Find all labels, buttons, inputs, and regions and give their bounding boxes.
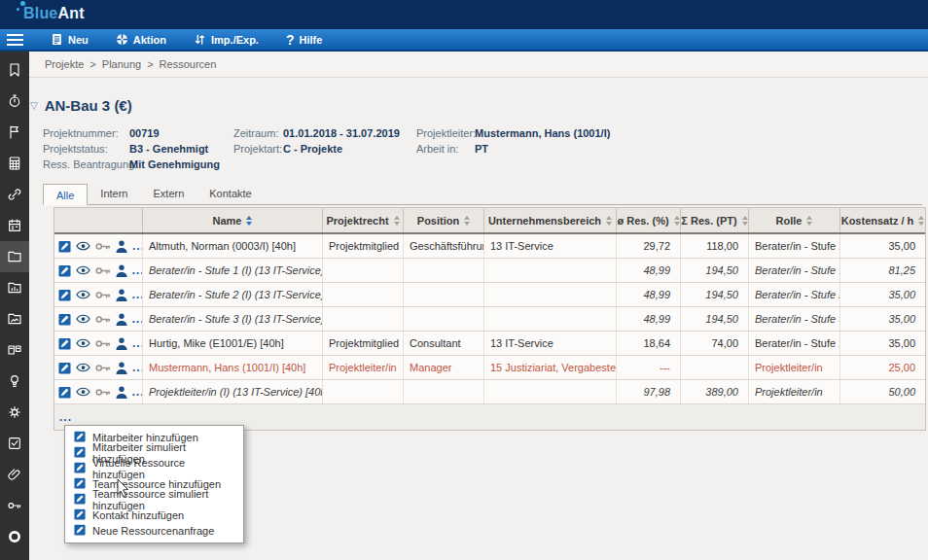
sort-icon[interactable] (394, 216, 400, 226)
table-row[interactable]: ... Mustermann, Hans (1001/I) [40h] Proj… (54, 356, 925, 380)
calculator-icon[interactable] (0, 148, 29, 179)
flag-icon[interactable] (0, 117, 29, 148)
sort-icon[interactable] (674, 216, 680, 226)
eye-icon[interactable] (76, 363, 90, 372)
sort-icon[interactable] (464, 216, 470, 226)
breadcrumb-ressourcen[interactable]: Ressourcen (160, 58, 217, 70)
menu-neu[interactable]: Neu (37, 28, 102, 51)
breadcrumb-projekte[interactable]: Projekte (45, 58, 84, 70)
person-icon[interactable] (116, 386, 127, 399)
eye-icon[interactable] (76, 338, 90, 348)
tab-kontakte[interactable]: Kontakte (196, 183, 264, 204)
eye-icon[interactable] (76, 387, 90, 397)
blueant-logo[interactable]: BlueAnt (23, 5, 85, 22)
key-icon[interactable] (95, 315, 111, 324)
key-icon[interactable] (95, 339, 111, 348)
link-icon[interactable] (0, 179, 29, 210)
collapse-triangle-icon[interactable]: ▽ (30, 100, 38, 111)
sidebar-item-projects-folder[interactable] (0, 241, 29, 272)
col-projektrecht[interactable]: Projektrecht (323, 208, 404, 232)
edit-icon[interactable] (58, 386, 71, 399)
bookmark-icon[interactable] (0, 54, 29, 86)
col-res-pt[interactable]: Σ Res. (PT) (681, 208, 749, 232)
paperclip-icon[interactable] (0, 459, 29, 490)
menu-item-teamressource-simuliert-hinzufuegen[interactable]: Teamressource simuliert hinzufügen (65, 492, 243, 508)
more-ellipsis[interactable]: ... (132, 315, 143, 323)
sort-icon[interactable] (606, 216, 612, 226)
person-icon[interactable] (116, 337, 127, 350)
person-icon[interactable] (116, 264, 127, 277)
sort-icon[interactable] (742, 216, 748, 226)
more-ellipsis[interactable]: ... (132, 291, 143, 298)
eye-icon[interactable] (76, 241, 90, 251)
table-row[interactable]: ... Hurtig, Mike (E1001/E) [40h] Projekt… (54, 332, 925, 356)
calendar-icon[interactable] (0, 210, 29, 241)
key-tool-icon[interactable] (0, 490, 29, 521)
table-row[interactable]: ... Altmuth, Norman (0003/I) [40h] Proje… (54, 234, 925, 259)
menu-imp-exp[interactable]: Imp./Exp. (180, 28, 272, 51)
sort-icon[interactable] (918, 216, 924, 226)
edit-icon[interactable] (58, 362, 71, 374)
person-icon[interactable] (116, 313, 127, 326)
col-name[interactable]: Name (143, 208, 323, 232)
person-icon[interactable] (116, 289, 127, 301)
more-ellipsis[interactable]: ... (132, 266, 143, 274)
person-icon[interactable] (116, 362, 127, 374)
col-rolle[interactable]: Rolle (749, 208, 840, 232)
table-row[interactable]: ... Projektleiter/in (I) (13 IT-Service)… (54, 380, 925, 404)
col-kostensatz[interactable]: Kostensatz / h (840, 208, 925, 232)
col-position[interactable]: Position (404, 208, 484, 232)
edit-icon[interactable] (58, 289, 71, 301)
cell-name[interactable]: Hurtig, Mike (E1001/E) [40h] (143, 332, 323, 355)
key-icon[interactable] (95, 388, 111, 397)
lightbulb-icon[interactable] (0, 366, 29, 397)
kanban-cards-icon[interactable] (0, 334, 29, 366)
ant-dot-icon (17, 8, 19, 11)
hamburger-menu-icon[interactable] (0, 28, 29, 51)
more-ellipsis[interactable]: ... (132, 364, 143, 371)
tab-alle[interactable]: Alle (43, 184, 88, 205)
person-icon[interactable] (116, 240, 127, 253)
edit-icon[interactable] (58, 240, 71, 253)
menu-item-virtuelle-ressource-hinzufuegen[interactable]: Virtuelle Ressource hinzufügen (65, 461, 243, 476)
add-resource-more-button[interactable]: ... (59, 414, 72, 420)
edit-icon[interactable] (58, 313, 71, 326)
eye-icon[interactable] (76, 314, 90, 324)
gear-icon[interactable] (0, 397, 29, 428)
table-row[interactable]: ... Berater/in - Stufe 2 (I) (13 IT-Serv… (54, 283, 925, 307)
eye-icon[interactable] (76, 290, 90, 299)
key-icon[interactable] (95, 364, 111, 372)
key-icon[interactable] (95, 242, 111, 251)
col-res-pct[interactable]: ø Res. (%) (617, 208, 681, 232)
folder-image-icon[interactable] (0, 303, 29, 334)
more-ellipsis[interactable]: ... (132, 339, 143, 347)
col-unternehmensbereich[interactable]: Unternehmensbereich (484, 208, 617, 232)
tab-extern[interactable]: Extern (140, 183, 196, 204)
menu-item-neue-ressourcenanfrage[interactable]: Neue Ressourcenanfrage (65, 523, 243, 539)
menu-aktion[interactable]: Aktion (102, 28, 180, 51)
cell-name[interactable]: Berater/in - Stufe 3 (I) (13 IT-Service)… (143, 307, 323, 331)
sort-icon[interactable] (806, 216, 812, 226)
key-icon[interactable] (95, 266, 111, 275)
edit-icon[interactable] (58, 264, 71, 277)
sort-icon[interactable] (246, 216, 252, 226)
key-icon[interactable] (95, 291, 111, 299)
cell-name[interactable]: Projektleiter/in (I) (13 IT-Service) [40… (143, 380, 323, 403)
tab-intern[interactable]: Intern (88, 183, 140, 204)
stopwatch-icon[interactable] (0, 86, 29, 117)
cell-name[interactable]: Mustermann, Hans (1001/I) [40h] (143, 356, 323, 379)
eye-icon[interactable] (76, 265, 90, 275)
cell-name[interactable]: Altmuth, Norman (0003/I) [40h] (143, 234, 323, 258)
cell-name[interactable]: Berater/in - Stufe 1 (I) (13 IT-Service)… (143, 259, 323, 282)
cell-name[interactable]: Berater/in - Stufe 2 (I) (13 IT-Service)… (143, 283, 323, 306)
more-ellipsis[interactable]: ... (132, 242, 143, 250)
table-row[interactable]: ... Berater/in - Stufe 3 (I) (13 IT-Serv… (54, 307, 925, 332)
breadcrumb-planung[interactable]: Planung (102, 58, 141, 70)
table-row[interactable]: ... Berater/in - Stufe 1 (I) (13 IT-Serv… (54, 259, 925, 283)
edit-icon[interactable] (58, 337, 71, 350)
menu-hilfe[interactable]: ? Hilfe (272, 28, 336, 51)
more-ellipsis[interactable]: ... (132, 388, 143, 396)
folder-chart-icon[interactable] (0, 272, 29, 303)
tasks-check-icon[interactable] (0, 428, 29, 459)
record-circle-icon[interactable] (0, 521, 29, 552)
